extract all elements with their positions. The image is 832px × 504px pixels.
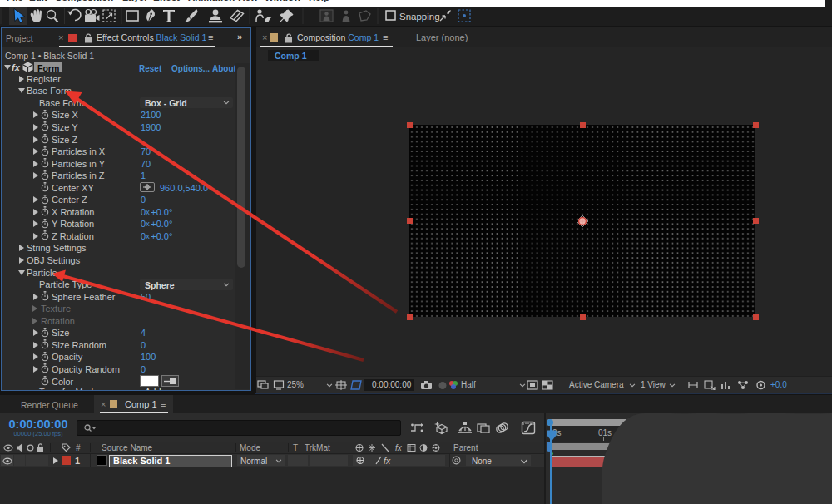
- svg-text:fx: fx: [395, 443, 403, 452]
- svg-text:Snapping: Snapping: [399, 12, 440, 22]
- svg-text:fx: fx: [384, 456, 391, 465]
